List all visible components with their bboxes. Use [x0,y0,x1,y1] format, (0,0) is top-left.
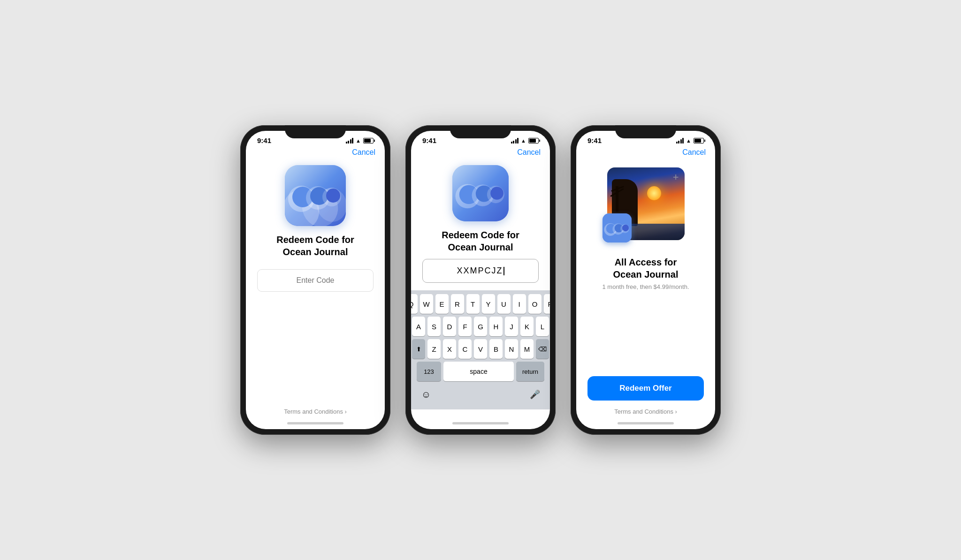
key-row-2: A S D F G H J K L [413,317,548,336]
key-z[interactable]: Z [427,339,441,359]
screen-content-2: Cancel [411,146,550,429]
title-line1-1: Redeem Code for [276,235,354,245]
phone-2: 9:41 ▲ Cancel [405,125,556,435]
phone-notch-2 [450,125,511,138]
key-n[interactable]: N [505,339,518,359]
svg-point-23 [622,225,629,231]
status-icons-2: ▲ [511,138,539,144]
cancel-button-1[interactable]: Cancel [352,148,375,157]
key-c[interactable]: C [458,339,472,359]
home-indicator-2 [452,422,509,424]
phone-frame-1: 9:41 ▲ Cancel [240,125,390,435]
key-w[interactable]: W [420,294,433,314]
screen-content-1: Cancel [246,146,385,429]
key-l[interactable]: L [536,317,549,336]
home-indicator-1 [287,422,343,424]
key-v[interactable]: V [474,339,487,359]
svg-point-9 [326,189,340,203]
key-f[interactable]: F [458,317,472,336]
offer-title-line1: All Access for [615,257,677,267]
svg-point-16 [490,187,503,200]
code-value-2: XXMPCJZ [457,266,503,275]
status-time-3: 9:41 [587,136,602,144]
key-e[interactable]: E [435,294,449,314]
battery-fill-3 [694,139,701,143]
battery-fill-1 [364,139,371,143]
key-x[interactable]: X [443,339,456,359]
terms-link-3[interactable]: Terms and Conditions › [576,408,715,429]
phone-3: 9:41 ▲ Cancel [571,125,721,435]
status-time-1: 9:41 [257,136,271,144]
phone-screen-2: 9:41 ▲ Cancel [411,131,550,429]
phone-screen-3: 9:41 ▲ Cancel [576,131,715,429]
spacer-1 [246,299,385,408]
emoji-key[interactable]: ☺ [417,385,435,404]
code-input-1[interactable] [257,269,374,292]
phone-frame-3: 9:41 ▲ Cancel [571,125,721,435]
status-icons-1: ▲ [346,138,374,144]
plus-icon: + [673,172,679,182]
key-u[interactable]: U [497,294,511,314]
title-line1-2: Redeem Code for [442,230,519,240]
key-space[interactable]: space [443,362,514,381]
spacer-3 [576,302,715,376]
battery-1 [363,138,374,144]
key-i[interactable]: I [513,294,526,314]
offer-image-container: + [576,165,715,240]
key-return[interactable]: return [516,362,544,381]
key-row-3: ⬆ Z X C V B N M ⌫ [413,339,548,359]
offer-subtitle: 1 month free, then $4.99/month. [576,283,715,290]
phone-notch-1 [285,125,346,138]
battery-2 [528,138,539,144]
title-line2-2: Ocean Journal [448,242,513,252]
app-icon-1 [285,165,346,226]
key-t[interactable]: T [466,294,480,314]
signal-bars-3 [676,138,684,144]
app-icon-svg-2 [452,165,509,221]
phone-screen-1: 9:41 ▲ Cancel [246,131,385,429]
keyboard-bottom: ☺ 🎤 [413,384,548,408]
key-d[interactable]: D [443,317,456,336]
key-b[interactable]: B [489,339,503,359]
key-shift[interactable]: ⬆ [412,339,425,359]
top-bar-2: Cancel [411,146,550,160]
key-r[interactable]: R [451,294,464,314]
key-a[interactable]: A [412,317,425,336]
top-bar-1: Cancel [246,146,385,160]
key-y[interactable]: Y [482,294,495,314]
key-h[interactable]: H [489,317,503,336]
key-backspace[interactable]: ⌫ [536,339,549,359]
key-q[interactable]: Q [411,294,418,314]
key-row-1: Q W E R T Y U I O P [413,294,548,314]
key-s[interactable]: S [427,317,441,336]
cancel-button-3[interactable]: Cancel [682,148,706,157]
key-o[interactable]: O [528,294,542,314]
top-bar-3: Cancel [576,146,715,160]
battery-3 [694,138,704,144]
key-123[interactable]: 123 [417,362,441,381]
key-g[interactable]: G [474,317,487,336]
key-j[interactable]: J [505,317,518,336]
redeem-button[interactable]: Redeem Offer [587,376,704,401]
code-input-2[interactable]: XXMPCJZ [422,259,539,283]
screen-title-2: Redeem Code for Ocean Journal [411,229,550,253]
phone-frame-2: 9:41 ▲ Cancel [405,125,556,435]
signal-bars-1 [346,138,354,144]
status-icons-3: ▲ [676,138,704,144]
offer-title: All Access for Ocean Journal [576,256,715,280]
offer-title-line2: Ocean Journal [613,269,679,280]
keyboard-2: Q W E R T Y U I O P A S D [411,290,550,409]
cancel-button-2[interactable]: Cancel [517,148,541,157]
offer-app-icon [603,213,632,242]
key-p[interactable]: P [544,294,550,314]
status-time-2: 9:41 [422,136,436,144]
terms-link-1[interactable]: Terms and Conditions › [246,408,385,429]
signal-bars-2 [511,138,519,144]
wifi-icon-3: ▲ [686,138,691,144]
mic-key[interactable]: 🎤 [526,385,544,404]
phone-notch-3 [615,125,676,138]
key-m[interactable]: M [520,339,534,359]
title-line2-1: Ocean Journal [283,247,348,257]
key-k[interactable]: K [520,317,534,336]
app-icon-container-1 [246,165,385,226]
